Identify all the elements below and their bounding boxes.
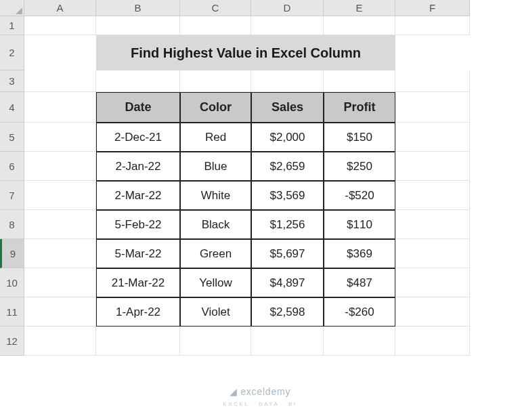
col-header-e[interactable]: E [324,0,395,16]
cell-grid: Find Highest Value in Excel ColumnDateCo… [24,16,470,356]
col-header-c[interactable]: C [180,0,251,16]
row-header-9[interactable]: 9 [0,239,24,268]
table-cell[interactable]: 5-Feb-22 [96,210,180,239]
table-header[interactable]: Color [180,92,251,123]
row-header-3[interactable]: 3 [0,70,24,92]
table-cell[interactable]: $369 [324,239,395,268]
col-header-a[interactable]: A [24,0,96,16]
table-cell[interactable]: Yellow [180,268,251,297]
cell-blank[interactable] [96,16,180,35]
row-header-4[interactable]: 4 [0,92,24,123]
col-header-b[interactable]: B [96,0,180,16]
table-cell[interactable]: $1,256 [251,210,324,239]
table-cell[interactable]: -$520 [324,181,395,210]
col-header-f[interactable]: F [395,0,470,16]
select-all-corner[interactable] [0,0,24,16]
col-header-d[interactable]: D [251,0,324,16]
row-header-12[interactable]: 12 [0,327,24,356]
table-cell[interactable]: 5-Mar-22 [96,239,180,268]
row-header-7[interactable]: 7 [0,181,24,210]
table-cell[interactable]: $2,000 [251,123,324,152]
table-cell[interactable]: $2,598 [251,297,324,327]
table-cell[interactable]: 2-Dec-21 [96,123,180,152]
cell-blank[interactable] [251,16,324,35]
watermark-brand: exceldemy [240,386,290,397]
table-cell[interactable]: $250 [324,152,395,181]
row-header-6[interactable]: 6 [0,152,24,181]
table-header[interactable]: Sales [251,92,324,123]
cell-blank[interactable] [324,16,395,35]
table-cell[interactable]: Green [180,239,251,268]
row-header-10[interactable]: 10 [0,268,24,297]
row-header-11[interactable]: 11 [0,297,24,327]
table-cell[interactable]: Blue [180,152,251,181]
table-cell[interactable]: -$260 [324,297,395,327]
table-cell[interactable]: 1-Apr-22 [96,297,180,327]
table-header[interactable]: Date [96,92,180,123]
cell-blank[interactable] [24,16,96,35]
table-cell[interactable]: $5,697 [251,239,324,268]
table-cell[interactable]: $110 [324,210,395,239]
row-header-5[interactable]: 5 [0,123,24,152]
table-cell[interactable]: $150 [324,123,395,152]
spreadsheet: ABCDEF 123456789101112 Find Highest Valu… [0,0,520,420]
row-header-1[interactable]: 1 [0,16,24,35]
table-cell[interactable]: 2-Jan-22 [96,152,180,181]
table-cell[interactable]: Violet [180,297,251,327]
cell-blank[interactable] [395,16,470,35]
row-header-2[interactable]: 2 [0,35,24,70]
column-header-row: ABCDEF [24,0,470,16]
table-cell[interactable]: $487 [324,268,395,297]
title-cell[interactable]: Find Highest Value in Excel Column [96,35,395,70]
row-header-8[interactable]: 8 [0,210,24,239]
cell-blank[interactable] [180,16,251,35]
watermark-logo-icon: ◢ [230,386,238,397]
table-cell[interactable]: Red [180,123,251,152]
table-cell[interactable]: Black [180,210,251,239]
table-cell[interactable]: 21-Mar-22 [96,268,180,297]
watermark: ◢ exceldemy EXCEL · DATA · BI [0,386,520,408]
table-header[interactable]: Profit [324,92,395,123]
watermark-tagline: EXCEL · DATA · BI [223,401,297,407]
table-cell[interactable]: $2,659 [251,152,324,181]
table-cell[interactable]: $4,897 [251,268,324,297]
row-header-col: 123456789101112 [0,16,24,356]
table-cell[interactable]: White [180,181,251,210]
table-cell[interactable]: 2-Mar-22 [96,181,180,210]
table-cell[interactable]: $3,569 [251,181,324,210]
